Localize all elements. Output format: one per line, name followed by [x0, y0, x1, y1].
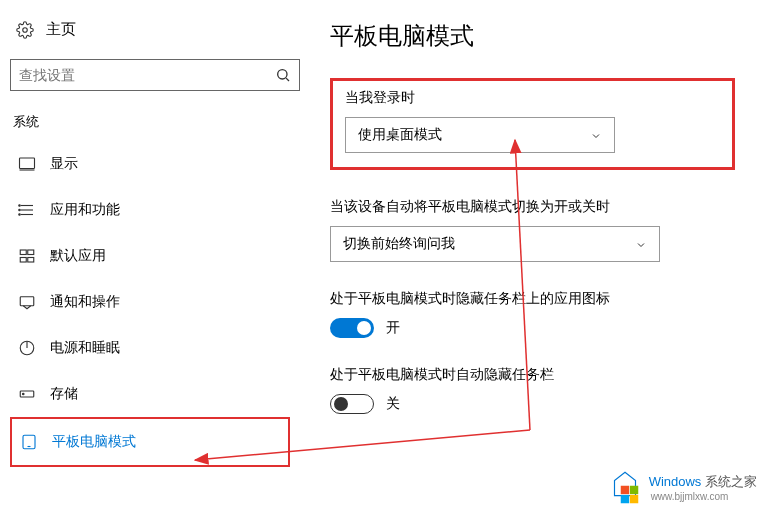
svg-point-8 — [19, 205, 21, 207]
page-title: 平板电脑模式 — [330, 20, 735, 52]
sidebar-item-label: 应用和功能 — [50, 201, 120, 219]
sidebar-item-storage[interactable]: 存储 — [10, 371, 290, 417]
sidebar-item-label: 电源和睡眠 — [50, 339, 120, 357]
setting-hidetaskbar-block: 处于平板电脑模式时自动隐藏任务栏 关 — [330, 366, 735, 414]
setting-autoswitch-block: 当该设备自动将平板电脑模式切换为开或关时 切换前始终询问我 — [330, 198, 735, 262]
svg-point-9 — [19, 209, 21, 211]
home-link[interactable]: 主页 — [10, 20, 290, 39]
watermark: Windows 系统之家 www.bjjmlxw.com — [615, 473, 757, 502]
sidebar-item-label: 平板电脑模式 — [52, 433, 136, 451]
sidebar-item-power[interactable]: 电源和睡眠 — [10, 325, 290, 371]
display-icon — [18, 155, 36, 173]
svg-rect-3 — [20, 158, 35, 169]
setting-hidetaskbar-label: 处于平板电脑模式时自动隐藏任务栏 — [330, 366, 735, 384]
chevron-down-icon — [635, 238, 647, 250]
search-input-container[interactable] — [10, 59, 300, 91]
storage-icon — [18, 385, 36, 403]
watermark-brand: Windows — [649, 474, 702, 489]
toggle-hideicons[interactable] — [330, 318, 374, 338]
sidebar-item-label: 通知和操作 — [50, 293, 120, 311]
svg-point-1 — [278, 70, 287, 79]
power-icon — [18, 339, 36, 357]
toggle-hidetaskbar[interactable] — [330, 394, 374, 414]
svg-point-0 — [23, 27, 28, 32]
toggle-hideicons-state: 开 — [386, 319, 400, 337]
tablet-icon — [20, 433, 38, 451]
svg-point-10 — [19, 214, 21, 216]
watermark-suffix: 系统之家 — [705, 474, 757, 489]
svg-rect-13 — [20, 258, 26, 263]
apps-icon — [18, 201, 36, 219]
search-icon — [275, 67, 291, 83]
sidebar-item-display[interactable]: 显示 — [10, 141, 290, 187]
search-input[interactable] — [19, 67, 275, 83]
watermark-url: www.bjjmlxw.com — [651, 491, 757, 502]
section-header-system: 系统 — [10, 113, 290, 131]
chevron-down-icon — [590, 129, 602, 141]
svg-point-19 — [23, 393, 25, 395]
svg-rect-11 — [20, 250, 26, 255]
sidebar-item-label: 显示 — [50, 155, 78, 173]
toggle-hidetaskbar-state: 关 — [386, 395, 400, 413]
setting-signin-label: 当我登录时 — [345, 89, 720, 107]
sidebar-item-label: 存储 — [50, 385, 78, 403]
svg-rect-15 — [20, 297, 34, 306]
gear-icon — [16, 21, 34, 39]
sidebar-item-notifications[interactable]: 通知和操作 — [10, 279, 290, 325]
sidebar-item-default-apps[interactable]: 默认应用 — [10, 233, 290, 279]
svg-line-2 — [286, 78, 289, 81]
setting-signin-block: 当我登录时 使用桌面模式 — [330, 78, 735, 170]
svg-rect-14 — [28, 258, 34, 263]
setting-hideicons-label: 处于平板电脑模式时隐藏任务栏上的应用图标 — [330, 290, 735, 308]
svg-rect-12 — [28, 250, 34, 255]
sidebar-item-label: 默认应用 — [50, 247, 106, 265]
dropdown-signin-value: 使用桌面模式 — [358, 126, 442, 144]
dropdown-signin[interactable]: 使用桌面模式 — [345, 117, 615, 153]
setting-autoswitch-label: 当该设备自动将平板电脑模式切换为开或关时 — [330, 198, 735, 216]
sidebar-item-apps[interactable]: 应用和功能 — [10, 187, 290, 233]
sidebar-item-tablet[interactable]: 平板电脑模式 — [10, 417, 290, 467]
notifications-icon — [18, 293, 36, 311]
home-label: 主页 — [46, 20, 76, 39]
setting-hideicons-block: 处于平板电脑模式时隐藏任务栏上的应用图标 开 — [330, 290, 735, 338]
default-apps-icon — [18, 247, 36, 265]
dropdown-autoswitch-value: 切换前始终询问我 — [343, 235, 455, 253]
dropdown-autoswitch[interactable]: 切换前始终询问我 — [330, 226, 660, 262]
